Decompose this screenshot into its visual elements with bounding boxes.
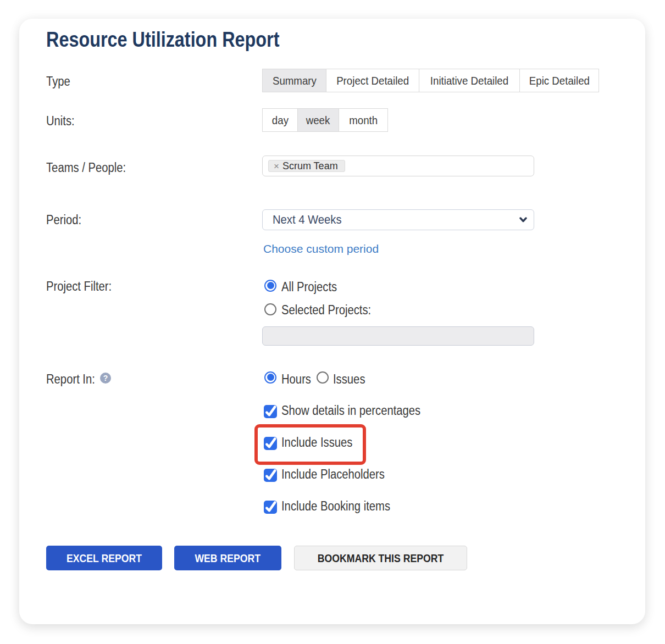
period-selected-value: Next 4 Weeks (273, 210, 342, 230)
selected-team-tag-label: Scrum Team (282, 160, 338, 172)
issues-radio[interactable] (317, 371, 329, 384)
issues-label: Issues (333, 373, 365, 386)
include-issues-label: Include Issues (281, 436, 352, 449)
selected-projects-radio[interactable] (264, 303, 276, 315)
units-option-week-label: week (306, 114, 330, 127)
units-option-day[interactable]: day (263, 109, 297, 131)
choose-custom-period-link[interactable]: Choose custom period (263, 243, 379, 254)
checkmark-icon (264, 437, 277, 450)
show-details-in-percentages-label: Show details in percentages (281, 404, 420, 417)
type-segmented-control: Summary Project Detailed Initiative Deta… (262, 69, 599, 92)
type-option-summary[interactable]: Summary (263, 69, 326, 92)
include-booking-items-checkbox[interactable] (264, 501, 277, 514)
type-option-project-detailed-label: Project Detailed (336, 74, 409, 87)
excel-report-button-label: EXCEL REPORT (66, 552, 142, 565)
include-issues-checkbox[interactable] (264, 437, 277, 450)
period-select[interactable]: Next 4 Weeks (262, 209, 534, 230)
web-report-button[interactable]: WEB REPORT (174, 546, 281, 570)
units-option-month[interactable]: month (339, 109, 387, 131)
project-filter-label: Project Filter: (46, 280, 112, 293)
type-option-epic-detailed[interactable]: Epic Detailed (519, 69, 598, 92)
show-details-in-percentages-checkbox[interactable] (264, 405, 277, 418)
include-placeholders-label: Include Placeholders (281, 468, 385, 481)
checkmark-icon (264, 469, 277, 482)
units-option-month-label: month (349, 114, 378, 127)
remove-tag-icon[interactable]: × (274, 162, 279, 171)
type-option-project-detailed[interactable]: Project Detailed (326, 69, 419, 92)
type-option-epic-detailed-label: Epic Detailed (529, 74, 589, 87)
hours-label: Hours (281, 373, 311, 386)
excel-report-button[interactable]: EXCEL REPORT (46, 546, 162, 570)
type-option-initiative-detailed-label: Initiative Detailed (430, 74, 508, 87)
units-label: Units: (46, 115, 75, 127)
units-segmented-control: day week month (262, 108, 388, 132)
include-booking-items-label: Include Booking items (281, 500, 390, 513)
bookmark-this-report-button[interactable]: BOOKMARK THIS REPORT (294, 546, 467, 570)
chevron-down-icon (519, 217, 527, 223)
page-title: Resource Utilization Report (46, 29, 279, 50)
all-projects-radio[interactable] (264, 280, 276, 292)
teams-people-label: Teams / People: (46, 162, 126, 174)
teams-people-input[interactable]: × Scrum Team (262, 156, 534, 176)
units-option-week[interactable]: week (297, 109, 339, 131)
type-option-initiative-detailed[interactable]: Initiative Detailed (419, 69, 519, 92)
period-label: Period: (46, 214, 81, 226)
units-option-day-label: day (271, 114, 288, 127)
type-label: Type (46, 75, 70, 88)
bookmark-this-report-button-label: BOOKMARK THIS REPORT (317, 552, 443, 565)
selected-projects-input (262, 326, 534, 346)
web-report-button-label: WEB REPORT (195, 552, 261, 565)
all-projects-label: All Projects (281, 281, 337, 293)
report-in-label: Report In: (46, 373, 95, 386)
checkmark-icon (264, 501, 277, 514)
selected-projects-label: Selected Projects: (281, 304, 371, 317)
type-option-summary-label: Summary (273, 74, 317, 87)
include-placeholders-checkbox[interactable] (264, 469, 277, 482)
selected-team-tag: × Scrum Team (268, 160, 345, 172)
checkmark-icon (264, 405, 277, 418)
